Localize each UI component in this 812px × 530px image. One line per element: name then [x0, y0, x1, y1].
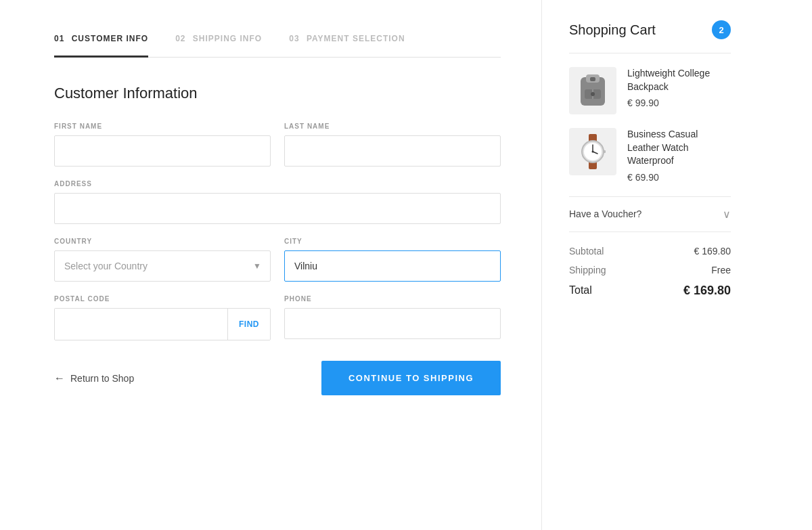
- voucher-section[interactable]: Have a Voucher? ∨: [569, 196, 731, 232]
- backpack-name: Lightweight College Backpack: [627, 67, 731, 93]
- backpack-info: Lightweight College Backpack € 99.90: [627, 67, 731, 108]
- shopping-cart-sidebar: Shopping Cart 2 Lightweight College Back…: [541, 0, 758, 530]
- watch-info: Business Casual Leather Watch Waterproof…: [627, 128, 731, 183]
- continue-to-shipping-button[interactable]: CONTINUE TO SHIPPING: [321, 361, 501, 395]
- cart-badge: 2: [712, 20, 731, 39]
- step-shipping-info[interactable]: 02 SHIPPING INFO: [175, 20, 262, 57]
- postal-label: POSTAL CODE: [54, 295, 271, 303]
- cart-item-backpack: Lightweight College Backpack € 99.90: [569, 67, 731, 114]
- country-city-row: COUNTRY Select your Country Lithuania Un…: [54, 238, 501, 282]
- watch-icon: [572, 131, 613, 172]
- return-to-shop-link[interactable]: ← Return to Shop: [54, 372, 134, 384]
- country-select[interactable]: Select your Country Lithuania United Sta…: [54, 250, 271, 282]
- country-label: COUNTRY: [54, 238, 271, 245]
- phone-label: PHONE: [284, 295, 501, 303]
- first-name-group: FIRST NAME: [54, 123, 271, 167]
- form-title: Customer Information: [54, 85, 501, 102]
- backpack-image: [569, 67, 616, 114]
- sidebar-title: Shopping Cart: [569, 22, 656, 38]
- postal-phone-row: POSTAL CODE FIND PHONE: [54, 295, 501, 340]
- address-label: ADDRESS: [54, 180, 501, 187]
- address-row: ADDRESS: [54, 180, 501, 224]
- phone-group: PHONE: [284, 295, 501, 340]
- first-name-input[interactable]: [54, 135, 271, 167]
- watch-name: Business Casual Leather Watch Waterproof: [627, 128, 731, 168]
- step-payment-selection[interactable]: 03 PAYMENT SELECTION: [289, 20, 405, 57]
- voucher-label: Have a Voucher?: [569, 208, 641, 219]
- city-input[interactable]: [284, 250, 501, 282]
- last-name-label: LAST NAME: [284, 123, 501, 130]
- last-name-group: LAST NAME: [284, 123, 501, 167]
- country-select-wrapper: Select your Country Lithuania United Sta…: [54, 250, 271, 282]
- shipping-value: Free: [711, 265, 731, 275]
- last-name-input[interactable]: [284, 135, 501, 167]
- cart-item-watch: Business Casual Leather Watch Waterproof…: [569, 128, 731, 183]
- subtotal-value: € 169.80: [694, 246, 731, 257]
- first-name-label: FIRST NAME: [54, 123, 271, 130]
- address-input[interactable]: [54, 193, 501, 224]
- backpack-price: € 99.90: [627, 97, 731, 108]
- backpack-icon: [572, 70, 613, 111]
- country-group: COUNTRY Select your Country Lithuania Un…: [54, 238, 271, 282]
- chevron-down-icon: ∨: [723, 208, 731, 221]
- find-button[interactable]: FIND: [227, 309, 270, 340]
- total-value: € 169.80: [683, 284, 731, 298]
- svg-point-12: [592, 151, 594, 153]
- subtotal-row: Subtotal € 169.80: [569, 246, 731, 257]
- subtotal-label: Subtotal: [569, 246, 604, 257]
- svg-rect-13: [603, 150, 606, 153]
- sidebar-header: Shopping Cart 2: [569, 20, 731, 39]
- watch-image: [569, 128, 616, 175]
- postal-group: POSTAL CODE FIND: [54, 295, 271, 340]
- postal-input-wrapper: FIND: [54, 308, 271, 340]
- checkout-steps: 01 CUSTOMER INFO 02 SHIPPING INFO 03 PAY…: [54, 20, 501, 58]
- shipping-label: Shipping: [569, 265, 606, 275]
- watch-price: € 69.90: [627, 172, 731, 183]
- city-label: CITY: [284, 238, 501, 245]
- svg-rect-3: [590, 77, 595, 81]
- cart-divider: [569, 53, 731, 53]
- step-customer-info[interactable]: 01 CUSTOMER INFO: [54, 20, 148, 57]
- postal-input[interactable]: [55, 309, 227, 340]
- phone-input[interactable]: [284, 308, 501, 339]
- form-footer: ← Return to Shop CONTINUE TO SHIPPING: [54, 361, 501, 395]
- shipping-row: Shipping Free: [569, 265, 731, 275]
- city-group: CITY: [284, 238, 501, 282]
- total-row: Total € 169.80: [569, 284, 731, 298]
- svg-point-5: [591, 92, 595, 96]
- name-row: FIRST NAME LAST NAME: [54, 123, 501, 167]
- total-label: Total: [569, 284, 592, 296]
- arrow-left-icon: ←: [54, 372, 65, 384]
- address-group: ADDRESS: [54, 180, 501, 224]
